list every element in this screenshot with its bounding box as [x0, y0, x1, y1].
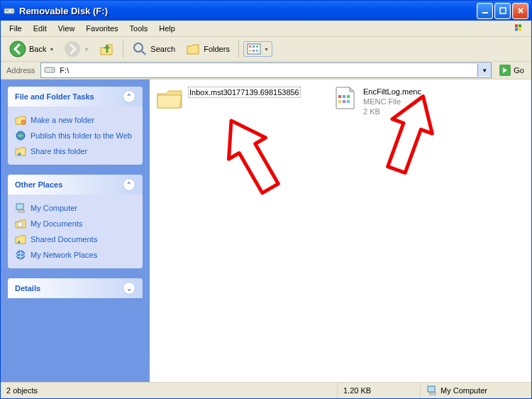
window-buttons	[477, 3, 528, 19]
forward-button[interactable]: ▼	[60, 39, 93, 59]
explorer-window: Removable Disk (F:) File Edit View Favor…	[0, 0, 532, 399]
panel-link-label: Publish this folder to the Web	[31, 131, 132, 140]
status-object-count: 2 objects	[1, 383, 338, 398]
chevron-down-icon: ▼	[49, 47, 54, 52]
back-button[interactable]: Back ▼	[5, 39, 58, 59]
panel-header[interactable]: Details ⌃	[8, 278, 143, 298]
svg-rect-16	[249, 50, 251, 52]
svg-rect-17	[253, 50, 255, 52]
item-size: 2 KB	[363, 106, 421, 116]
chevron-down-icon: ▼	[264, 47, 269, 52]
svg-point-22	[21, 120, 26, 124]
maximize-button[interactable]	[494, 3, 511, 19]
svg-point-2	[11, 11, 13, 12]
svg-rect-34	[343, 100, 345, 103]
back-label: Back	[29, 45, 46, 53]
file-item[interactable]: EncFiltLog.menc MENC File 2 KB	[331, 85, 506, 116]
toolbar-divider	[238, 40, 239, 58]
panel-link-label: Share this folder	[31, 147, 87, 155]
go-label: Go	[514, 66, 524, 75]
panel-file-folder-tasks: File and Folder Tasks ⌃ Make a new folde…	[8, 87, 143, 165]
views-button[interactable]: ▼	[243, 41, 272, 57]
panel-link-label: Shared Documents	[31, 235, 97, 244]
chevron-down-icon: ▼	[84, 47, 89, 52]
svg-rect-35	[347, 100, 350, 103]
panel-link-label: My Computer	[31, 204, 77, 212]
svg-point-10	[134, 43, 143, 52]
menu-help[interactable]: Help	[153, 23, 181, 34]
shared-documents-icon	[15, 234, 26, 245]
panel-link-label: My Network Places	[31, 251, 97, 259]
annotation-arrow	[206, 108, 299, 207]
go-button[interactable]: Go	[494, 62, 528, 78]
svg-rect-31	[343, 95, 345, 98]
my-documents-icon	[15, 218, 26, 229]
svg-point-9	[65, 41, 80, 57]
collapse-icon: ⌃	[123, 178, 135, 191]
svg-rect-15	[256, 45, 258, 48]
titlebar[interactable]: Removable Disk (F:)	[1, 1, 531, 21]
up-button[interactable]	[94, 40, 118, 58]
content-pane[interactable]: Inbox.mst30177139.698153856 EncFiltLog.m…	[150, 80, 531, 382]
file-icon	[331, 85, 359, 111]
publish-to-web-link[interactable]: Publish this folder to the Web	[15, 128, 135, 143]
menu-edit[interactable]: Edit	[28, 23, 52, 34]
folder-item[interactable]: Inbox.mst30177139.698153856	[155, 85, 331, 111]
panel-header[interactable]: Other Places ⌃	[8, 175, 143, 195]
main-area: File and Folder Tasks ⌃ Make a new folde…	[1, 80, 531, 382]
network-places-icon	[15, 249, 26, 261]
my-computer-link[interactable]: My Computer	[15, 200, 135, 216]
svg-rect-36	[428, 386, 435, 392]
menu-file[interactable]: File	[4, 23, 28, 34]
statusbar: 2 objects 1.20 KB My Computer	[1, 382, 531, 398]
shared-documents-link[interactable]: Shared Documents	[15, 231, 135, 247]
menubar: File Edit View Favorites Tools Help	[1, 21, 531, 37]
folder-new-icon	[15, 114, 26, 126]
svg-rect-18	[256, 50, 258, 52]
toolbar-divider	[123, 40, 123, 58]
drive-icon	[4, 5, 15, 16]
close-button[interactable]	[512, 3, 528, 19]
share-folder-link[interactable]: Share this folder	[15, 143, 135, 159]
address-input-wrap[interactable]: ▼	[40, 62, 492, 78]
panel-other-places: Other Places ⌃ My Computer My Documents …	[8, 175, 143, 268]
search-button[interactable]: Search	[128, 40, 179, 58]
svg-line-11	[142, 51, 145, 55]
my-computer-icon	[15, 202, 26, 214]
share-folder-icon	[15, 146, 26, 157]
folders-label: Folders	[204, 45, 230, 53]
svg-rect-33	[338, 100, 341, 103]
svg-rect-30	[338, 95, 341, 98]
publish-web-icon	[15, 130, 26, 141]
addressbar: Address ▼ Go	[1, 62, 531, 80]
panel-title: File and Folder Tasks	[15, 92, 94, 101]
my-computer-icon	[426, 385, 438, 396]
menu-favorites[interactable]: Favorites	[80, 23, 123, 34]
menu-view[interactable]: View	[52, 23, 81, 34]
window-title: Removable Disk (F:)	[19, 6, 477, 16]
svg-rect-32	[347, 95, 350, 98]
svg-rect-13	[249, 45, 251, 48]
folder-icon	[155, 85, 184, 111]
folders-button[interactable]: Folders	[181, 40, 234, 58]
my-network-places-link[interactable]: My Network Places	[15, 247, 135, 263]
menu-tools[interactable]: Tools	[124, 23, 154, 34]
status-location: My Computer	[421, 383, 531, 398]
item-filetype: MENC File	[363, 97, 421, 106]
svg-rect-14	[253, 45, 255, 48]
panel-title: Details	[15, 284, 40, 293]
address-input[interactable]	[58, 65, 477, 75]
expand-icon: ⌃	[123, 282, 135, 295]
panel-title: Other Places	[15, 180, 62, 189]
status-size: 1.20 KB	[338, 383, 421, 398]
search-label: Search	[150, 45, 175, 53]
minimize-button[interactable]	[477, 3, 493, 19]
make-new-folder-link[interactable]: Make a new folder	[15, 112, 135, 128]
status-location-label: My Computer	[440, 386, 487, 395]
toolbar: Back ▼ ▼ Search Folders ▼	[1, 37, 531, 62]
my-documents-link[interactable]: My Documents	[15, 216, 135, 231]
sidebar: File and Folder Tasks ⌃ Make a new folde…	[1, 80, 150, 382]
panel-header[interactable]: File and Folder Tasks ⌃	[8, 87, 143, 106]
panel-link-label: Make a new folder	[31, 116, 94, 124]
address-dropdown[interactable]: ▼	[477, 64, 491, 77]
